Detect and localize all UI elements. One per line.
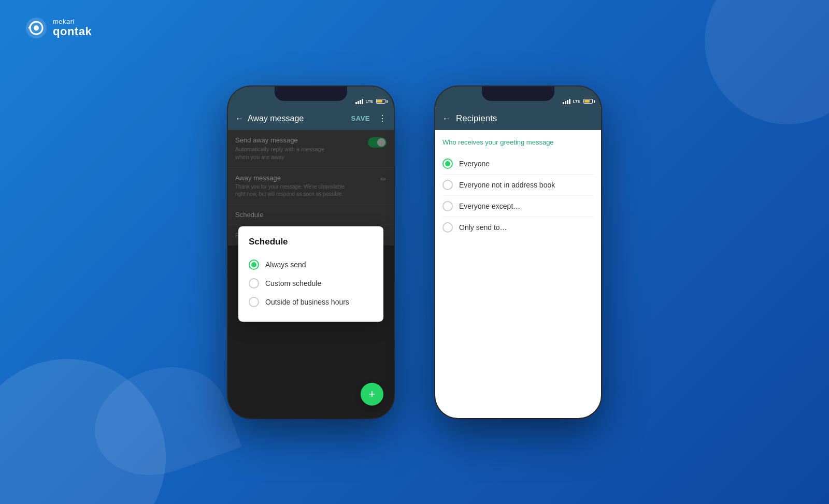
phone1-more-icon[interactable]: ⋮ [378, 113, 387, 123]
phone1-back-arrow[interactable]: ← [235, 114, 244, 123]
logo: mekari qontak [25, 17, 92, 39]
phone2-header: ← Recipients [435, 107, 601, 130]
phone2-header-title: Recipients [456, 113, 497, 124]
dialog-title: Schedule [249, 237, 373, 247]
phone2-lte: LTE [573, 99, 580, 104]
phone1-status-bar: LTE [228, 87, 394, 107]
radio-only-send-circle [442, 222, 453, 233]
recipients-section-label: Who receives your greeting message [442, 138, 594, 146]
recipient-not-address-label: Everyone not in address book [459, 181, 555, 189]
phone1-status-icons: LTE [355, 99, 385, 104]
radio-always-send-label: Always send [265, 261, 306, 269]
phone-1: LTE ← Away message SAVE ⋮ Send away mess… [228, 87, 394, 418]
phone1-signal [355, 99, 363, 104]
logo-mekari: mekari [53, 18, 92, 25]
phone2-signal [563, 99, 570, 104]
recipients-content: Who receives your greeting message Every… [435, 130, 601, 246]
phone2-status-bar: LTE [435, 87, 601, 107]
svg-point-2 [34, 25, 39, 31]
phone1-screen: ← Away message SAVE ⋮ Send away message … [228, 107, 394, 418]
radio-not-address-circle [442, 180, 453, 190]
phone1-header: ← Away message SAVE ⋮ [228, 107, 394, 130]
recipient-option-except[interactable]: Everyone except… [442, 196, 594, 217]
logo-icon [25, 17, 48, 39]
recipient-only-send-label: Only send to… [459, 223, 507, 232]
radio-custom-label: Custom schedule [265, 279, 321, 287]
phone-2: LTE ← Recipients Who receives your greet… [435, 87, 601, 418]
fab-button[interactable]: + [361, 383, 383, 406]
phone2-screen: ← Recipients Who receives your greeting … [435, 107, 601, 418]
recipient-option-everyone[interactable]: Everyone [442, 153, 594, 175]
phone1-save-button[interactable]: SAVE [351, 114, 370, 122]
phone2-battery [583, 99, 593, 104]
recipient-option-only-send[interactable]: Only send to… [442, 217, 594, 238]
radio-custom-circle [249, 278, 259, 289]
phones-wrapper: LTE ← Away message SAVE ⋮ Send away mess… [228, 87, 601, 418]
phone1-lte: LTE [365, 99, 373, 104]
recipient-everyone-label: Everyone [459, 160, 490, 168]
radio-option-custom[interactable]: Custom schedule [249, 274, 373, 293]
radio-option-outside-hours[interactable]: Outside of business hours [249, 293, 373, 311]
radio-everyone-circle [442, 159, 453, 169]
phone2-status-icons: LTE [563, 99, 593, 104]
recipient-except-label: Everyone except… [459, 202, 520, 210]
radio-option-always-send[interactable]: Always send [249, 255, 373, 274]
radio-except-circle [442, 201, 453, 211]
logo-text: mekari qontak [53, 18, 92, 38]
phone1-battery [376, 99, 385, 104]
logo-qontak: qontak [53, 25, 92, 38]
recipient-option-not-address[interactable]: Everyone not in address book [442, 175, 594, 196]
phone2-back-arrow[interactable]: ← [442, 114, 451, 123]
radio-always-send-circle [249, 260, 259, 270]
dialog-overlay[interactable]: Schedule Always send Custom schedule Out… [228, 130, 394, 418]
radio-outside-hours-circle [249, 297, 259, 307]
bg-decoration-top-right [705, 0, 829, 124]
schedule-dialog: Schedule Always send Custom schedule Out… [238, 226, 383, 322]
radio-outside-hours-label: Outside of business hours [265, 298, 349, 306]
phone1-header-title: Away message [248, 114, 347, 123]
